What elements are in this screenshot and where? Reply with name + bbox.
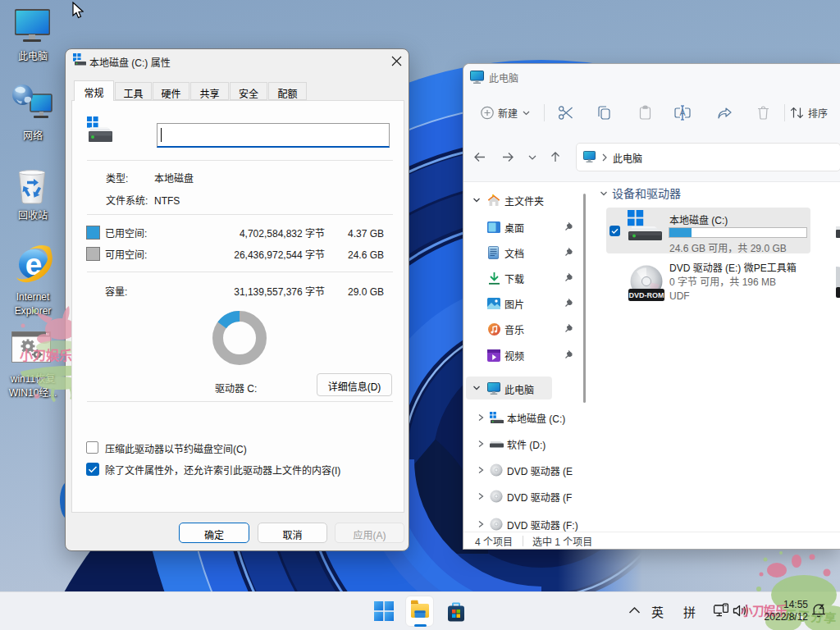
svg-text:小刀娱乐: 小刀娱乐	[20, 345, 72, 364]
svg-text:A: A	[679, 107, 685, 117]
svg-text:DVD-ROM: DVD-ROM	[629, 291, 664, 299]
